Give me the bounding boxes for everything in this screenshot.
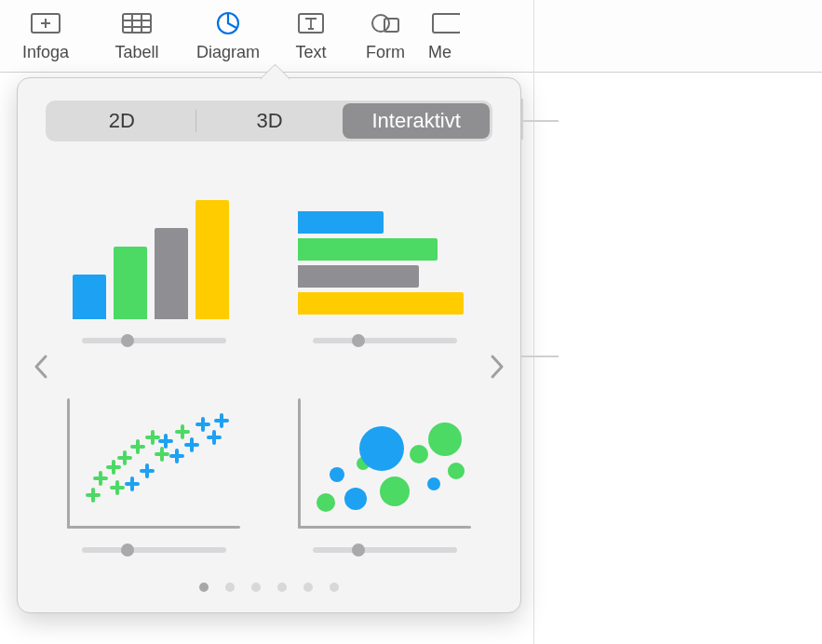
annotation-line — [521, 120, 559, 122]
interactive-bubble-chart-option[interactable] — [293, 373, 476, 557]
toolbar-table-label: Tabell — [115, 43, 158, 62]
column-chart-slider[interactable] — [82, 334, 226, 347]
tab-2d-label: 2D — [109, 109, 135, 133]
bubble-chart-slider[interactable] — [313, 543, 457, 557]
svg-point-18 — [380, 476, 410, 506]
prev-page-button[interactable] — [29, 348, 53, 385]
interactive-scatter-chart-option[interactable] — [62, 373, 245, 557]
chart-icon — [209, 7, 247, 39]
svg-point-13 — [317, 493, 335, 512]
svg-point-15 — [344, 488, 367, 510]
annotation-line — [521, 99, 523, 140]
table-icon — [118, 7, 155, 39]
interactive-column-chart-option[interactable] — [62, 164, 245, 347]
chart-type-tabs: 2D 3D Interaktivt — [46, 101, 492, 141]
page-dot-4[interactable] — [277, 583, 287, 592]
column-chart-preview — [67, 189, 240, 319]
toolbar-insert[interactable]: Infoga — [0, 7, 91, 62]
shape-icon — [367, 7, 404, 39]
page-indicator[interactable] — [18, 583, 520, 592]
bar-chart-slider[interactable] — [313, 334, 457, 347]
svg-point-21 — [428, 423, 462, 456]
tab-interactive[interactable]: Interaktivt — [343, 103, 490, 139]
page-dot-6[interactable] — [330, 583, 339, 592]
chart-options-grid — [62, 164, 476, 557]
tab-3d[interactable]: 3D — [196, 103, 344, 139]
toolbar-table[interactable]: Tabell — [91, 7, 182, 62]
svg-point-17 — [359, 426, 404, 471]
scatter-chart-slider[interactable] — [82, 543, 226, 557]
page-dot-2[interactable] — [225, 583, 235, 592]
svg-point-19 — [410, 445, 428, 463]
text-icon — [292, 7, 330, 39]
toolbar-text[interactable]: Text — [274, 7, 348, 62]
interactive-bar-chart-option[interactable] — [293, 164, 476, 347]
toolbar-media[interactable]: Me — [423, 7, 460, 62]
insert-icon — [27, 7, 64, 39]
toolbar-media-label: Me — [428, 43, 451, 62]
page-dot-1[interactable] — [199, 583, 209, 592]
annotation-line — [521, 356, 559, 357]
svg-point-20 — [427, 477, 440, 490]
toolbar-chart-label: Diagram — [196, 43, 260, 62]
scatter-chart-preview — [67, 398, 240, 529]
next-page-button[interactable] — [485, 348, 509, 385]
bar-chart-preview — [298, 208, 471, 319]
svg-point-10 — [372, 15, 389, 32]
svg-rect-3 — [123, 14, 151, 33]
toolbar: Infoga Tabell Diagram — [0, 0, 822, 73]
toolbar-shape-label: Form — [366, 43, 405, 62]
toolbar-text-label: Text — [295, 43, 326, 62]
tab-interactive-label: Interaktivt — [371, 109, 460, 133]
page-dot-5[interactable] — [303, 583, 313, 592]
toolbar-insert-label: Infoga — [22, 43, 69, 62]
toolbar-shape[interactable]: Form — [348, 7, 423, 62]
tab-3d-label: 3D — [256, 109, 282, 133]
svg-point-22 — [448, 463, 465, 479]
svg-point-14 — [330, 467, 344, 482]
chart-popover: 2D 3D Interaktivt — [17, 77, 521, 613]
media-icon — [428, 7, 460, 39]
svg-rect-12 — [433, 14, 460, 33]
bubble-chart-preview — [298, 398, 471, 529]
tab-2d[interactable]: 2D — [48, 103, 195, 139]
toolbar-chart[interactable]: Diagram — [182, 7, 274, 62]
page-dot-3[interactable] — [251, 583, 261, 592]
